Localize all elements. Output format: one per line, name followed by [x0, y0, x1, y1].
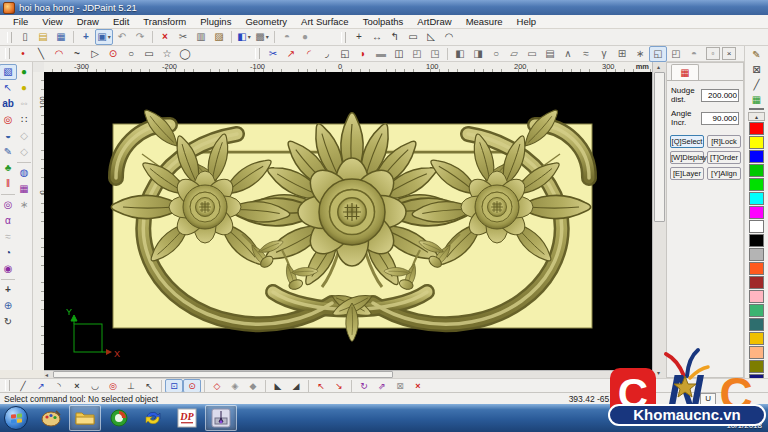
fillet-tool[interactable]: ◜: [300, 46, 318, 62]
order-mode-button[interactable]: [T]Order: [707, 151, 741, 164]
palette-color-3[interactable]: [749, 164, 764, 177]
toolbar-grip[interactable]: [341, 32, 346, 43]
mirror-h[interactable]: ◧: [451, 46, 469, 62]
menu-draw[interactable]: Draw: [70, 16, 106, 27]
taskbar-swirl-app[interactable]: [137, 405, 169, 431]
shear-snap[interactable]: ⇗: [373, 379, 391, 393]
measure-angle[interactable]: ◺: [422, 29, 440, 45]
chamfer-tool[interactable]: ◞: [318, 46, 336, 62]
menu-view[interactable]: View: [35, 16, 69, 27]
snap-quadrant[interactable]: ◆: [244, 379, 262, 393]
toolbar-grip[interactable]: [5, 48, 10, 59]
new-file[interactable]: ▯: [16, 29, 34, 45]
pen-tool[interactable]: ✎: [747, 47, 766, 62]
start-button[interactable]: [4, 406, 28, 430]
arc-tool[interactable]: ◠: [50, 46, 68, 62]
relief-dome-tool[interactable]: ◓: [685, 46, 703, 62]
round-corner-tool[interactable]: ◗: [354, 46, 372, 62]
palette-color-15[interactable]: [749, 332, 764, 345]
pattern-fill-tool[interactable]: ▦: [747, 92, 766, 107]
paste[interactable]: ▨: [210, 29, 228, 45]
palette-scroll-up[interactable]: ▴: [748, 112, 765, 121]
point-tool[interactable]: •: [14, 46, 32, 62]
snap-perpendicular[interactable]: ⊥: [122, 379, 140, 393]
measure-path[interactable]: ↰: [386, 29, 404, 45]
texture-tool[interactable]: ▦: [15, 181, 33, 197]
angle-incr-input[interactable]: [701, 112, 739, 125]
toolbar-grip[interactable]: [5, 380, 10, 391]
measure-width[interactable]: ↔: [368, 29, 386, 45]
snap-midpoint[interactable]: ◈: [226, 379, 244, 393]
group-tool[interactable]: ◱: [649, 46, 667, 62]
taskbar-dp-app[interactable]: DP: [171, 405, 203, 431]
copy[interactable]: ▥: [192, 29, 210, 45]
snap-vertex[interactable]: ◇: [208, 379, 226, 393]
zoom-alpha-tool[interactable]: α: [0, 213, 17, 229]
vertical-scroll-thumb[interactable]: [654, 72, 665, 222]
dim-tool-a[interactable]: ◇: [15, 128, 33, 144]
rect-tool[interactable]: ▭: [140, 46, 158, 62]
smooth-tool[interactable]: ∧: [559, 46, 577, 62]
palette-color-4[interactable]: [749, 178, 764, 191]
skew-tool[interactable]: ▱: [505, 46, 523, 62]
nudge-dist-input[interactable]: [701, 89, 739, 102]
menu-plugins[interactable]: Plugins: [193, 16, 238, 27]
menu-toolpaths[interactable]: Toolpaths: [356, 16, 411, 27]
pan-tool[interactable]: +: [0, 282, 17, 298]
light-green-toggle[interactable]: ●: [15, 64, 33, 80]
burst-tool[interactable]: ∗: [15, 197, 33, 213]
cut[interactable]: ✂: [174, 29, 192, 45]
stack-tool[interactable]: ▤: [541, 46, 559, 62]
snap-nearest[interactable]: ↖: [140, 379, 158, 393]
palette-color-9[interactable]: [749, 248, 764, 261]
refresh-view-tool[interactable]: ↻: [0, 314, 17, 330]
preview-view-tool[interactable]: ◉: [0, 261, 17, 277]
menu-geometry[interactable]: Geometry: [238, 16, 294, 27]
transform-tab-icon[interactable]: ▦: [677, 66, 693, 80]
palette-color-14[interactable]: [749, 318, 764, 331]
box-select-off[interactable]: ⊠: [391, 379, 409, 393]
shade-view-tool[interactable]: ◔: [0, 245, 17, 261]
frame-select-tool[interactable]: ⊠: [747, 62, 766, 77]
pink-swatch[interactable]: [749, 108, 764, 110]
palette-color-10[interactable]: [749, 262, 764, 275]
trim-tool[interactable]: ✂: [264, 46, 282, 62]
material-dots-tool[interactable]: ∷: [15, 112, 33, 128]
delete-object[interactable]: ×: [156, 29, 174, 45]
copy-style[interactable]: ◰: [408, 46, 426, 62]
horizontal-scroll-thumb[interactable]: [53, 371, 393, 378]
circle3p-tool[interactable]: ◯: [176, 46, 194, 62]
pick-delete[interactable]: ↘: [330, 379, 348, 393]
measure-region[interactable]: ◠: [440, 29, 458, 45]
measure-point[interactable]: +: [350, 29, 368, 45]
canvas-viewport[interactable]: Y X: [44, 72, 652, 370]
menu-help[interactable]: Help: [510, 16, 544, 27]
snap-grid-toggle[interactable]: ⊡: [165, 379, 183, 393]
menu-edit[interactable]: Edit: [106, 16, 136, 27]
layer-mode-button[interactable]: [E]Layer: [670, 167, 704, 180]
view-3d[interactable]: ◧: [235, 29, 253, 45]
palette-color-13[interactable]: [749, 304, 764, 317]
join-up[interactable]: ◢: [287, 379, 305, 393]
corner-box-tool[interactable]: ◱: [336, 46, 354, 62]
relief-preview-top[interactable]: ◓: [278, 29, 296, 45]
taskbar-carve-app[interactable]: [205, 405, 237, 431]
panel-close-button[interactable]: ×: [722, 47, 736, 60]
array-rect-tool[interactable]: ⊞: [613, 46, 631, 62]
palette-color-0[interactable]: [749, 122, 764, 135]
palette-color-7[interactable]: [749, 220, 764, 233]
title-bar[interactable]: hoi hoa hong - JDPaint 5.21: [0, 0, 768, 15]
join-down[interactable]: ◣: [269, 379, 287, 393]
align-mode-button[interactable]: [Y]Align: [707, 167, 741, 180]
tab-transform[interactable]: ▦: [671, 64, 699, 80]
snap-center[interactable]: ◎: [104, 379, 122, 393]
circle-tool[interactable]: ⊙: [104, 46, 122, 62]
palette-color-2[interactable]: [749, 150, 764, 163]
slot-tool[interactable]: ▬: [372, 46, 390, 62]
light-pair-toggle[interactable]: ◦◦: [15, 96, 33, 112]
align-tool[interactable]: ▭: [523, 46, 541, 62]
redo[interactable]: ↷: [131, 29, 149, 45]
measure-rect[interactable]: ▭: [404, 29, 422, 45]
menu-measure[interactable]: Measure: [459, 16, 510, 27]
move-tool[interactable]: +: [77, 29, 95, 45]
